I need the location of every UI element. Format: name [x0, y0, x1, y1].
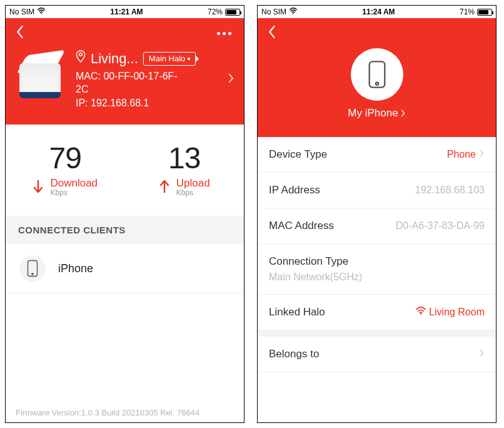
svg-point-6 — [293, 13, 294, 14]
connection-type-value: Main Network(5GHz) — [269, 272, 362, 283]
client-detail-screen: No SIM 11:24 AM 71% My iPh — [257, 5, 496, 423]
device-name: My iPhone — [348, 107, 398, 120]
clock: 11:21 AM — [110, 8, 143, 16]
wifi-status-icon — [37, 8, 46, 16]
wifi-status-icon — [289, 8, 298, 16]
device-hero: My iPhone — [258, 18, 496, 137]
chevron-right-icon — [480, 148, 485, 161]
section-gap — [258, 330, 496, 337]
main-halo-tag: Main Halo — [143, 52, 196, 66]
location-pin-icon — [76, 50, 86, 67]
chevron-right-icon — [480, 348, 485, 360]
device-type-value: Phone — [447, 149, 476, 160]
carrier-label: No SIM — [261, 8, 286, 16]
firmware-version: Firmware Version:1.0.3 Build 20210305 Re… — [16, 408, 199, 417]
device-type-label: Device Type — [269, 148, 327, 161]
battery-icon — [225, 9, 240, 16]
svg-point-0 — [41, 13, 42, 14]
upload-arrow-icon — [159, 179, 170, 196]
battery-percent: 72% — [208, 8, 223, 16]
mac-label: MAC Address — [269, 220, 334, 232]
phone-icon — [19, 255, 46, 282]
svg-point-8 — [375, 83, 378, 85]
ip-label: IP Address — [269, 184, 320, 196]
halo-info-row[interactable]: Living... Main Halo MAC: 00-FF-00-17-6F-… — [16, 49, 234, 110]
row-device-type[interactable]: Device Type Phone — [258, 137, 496, 173]
wifi-icon — [415, 307, 426, 318]
device-detail-list: Device Type Phone IP Address 192.168.68.… — [258, 137, 496, 372]
download-unit: Kbps — [50, 188, 98, 197]
connected-clients-header: CONNECTED CLIENTS — [6, 216, 244, 244]
row-belongs-to[interactable]: Belongs to — [258, 337, 496, 372]
halo-mac: MAC: 00-FF-00-17-6F-2C — [76, 69, 188, 96]
svg-rect-7 — [369, 61, 385, 87]
download-value: 79 — [49, 141, 81, 175]
clock: 11:24 AM — [362, 8, 395, 16]
svg-point-5 — [32, 273, 34, 275]
client-name: iPhone — [58, 262, 93, 275]
row-mac-address: MAC Address D0-A6-37-83-DA-99 — [258, 208, 496, 244]
battery-icon — [477, 9, 492, 16]
svg-point-1 — [79, 53, 83, 56]
status-bar: No SIM 11:21 AM 72% — [6, 6, 244, 18]
upload-block: 13 Upload Kbps — [125, 141, 244, 197]
svg-point-9 — [420, 313, 421, 315]
upload-unit: Kbps — [176, 188, 210, 197]
client-item[interactable]: iPhone — [6, 244, 244, 293]
ip-value: 192.168.68.103 — [415, 185, 485, 196]
device-name-button[interactable]: My iPhone — [348, 107, 405, 120]
carrier-label: No SIM — [9, 8, 34, 16]
upload-label: Upload — [176, 178, 210, 188]
download-label: Download — [50, 178, 98, 188]
svg-rect-4 — [28, 261, 38, 277]
halo-hero: Living... Main Halo MAC: 00-FF-00-17-6F-… — [6, 18, 244, 125]
linked-halo-label: Linked Halo — [269, 306, 325, 318]
linked-halo-value: Living Room — [415, 307, 485, 318]
halo-ip: IP: 192.168.68.1 — [76, 96, 234, 110]
row-linked-halo[interactable]: Linked Halo Living Room — [258, 295, 496, 330]
download-block: 79 Download Kbps — [6, 141, 125, 197]
back-button[interactable] — [268, 25, 276, 41]
row-ip-address: IP Address 192.168.68.103 — [258, 173, 496, 208]
battery-percent: 71% — [460, 8, 475, 16]
belongs-to-label: Belongs to — [269, 348, 319, 360]
device-avatar — [351, 48, 403, 101]
mac-value: D0-A6-37-83-DA-99 — [396, 220, 485, 232]
row-connection-type: Connection Type Main Network(5GHz) — [258, 244, 496, 295]
halo-detail-screen: No SIM 11:21 AM 72% — [5, 5, 244, 423]
speed-card: 79 Download Kbps 13 — [6, 125, 244, 216]
connection-type-label: Connection Type — [269, 255, 348, 268]
halo-device-icon — [18, 53, 64, 99]
halo-room-name: Living... — [91, 49, 138, 68]
more-menu-button[interactable] — [217, 32, 234, 35]
status-bar: No SIM 11:24 AM 71% — [258, 6, 496, 18]
download-arrow-icon — [33, 179, 44, 196]
client-list: iPhone — [6, 244, 244, 293]
back-button[interactable] — [16, 25, 24, 41]
upload-value: 13 — [168, 141, 200, 175]
chevron-right-icon — [228, 73, 234, 86]
